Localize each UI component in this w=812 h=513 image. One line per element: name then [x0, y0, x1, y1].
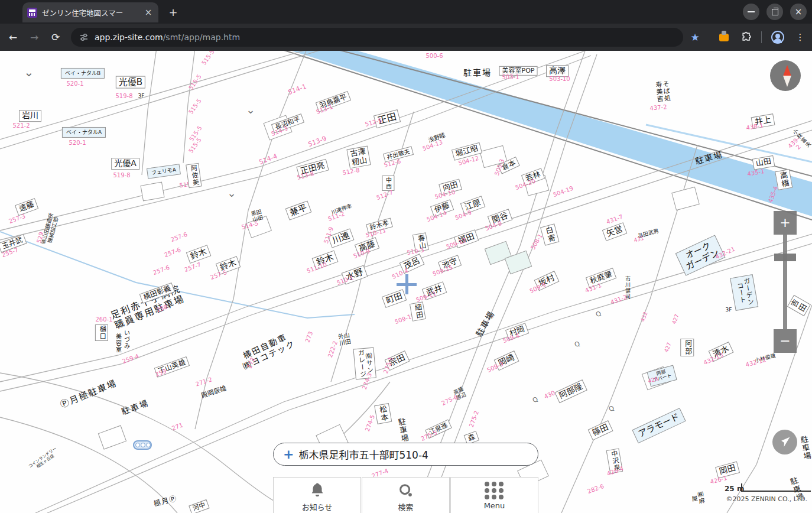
reload-button[interactable]: ⟳ — [47, 29, 64, 46]
copyright-text: ©2025 ZENRIN CO., LTD. — [726, 495, 808, 503]
address-bar[interactable]: app.zip-site.com/smt/app/map.htm — [71, 28, 683, 47]
robot-body — [719, 34, 729, 41]
url-text: app.zip-site.com/smt/app/map.htm — [95, 33, 240, 42]
minimize-icon — [748, 11, 755, 12]
compass-north-needle-icon — [783, 65, 791, 76]
zenrin-favicon — [27, 8, 37, 18]
search-icon — [397, 482, 415, 499]
address-search-bar[interactable]: + 栃木県足利市五十部町510-4 — [273, 443, 538, 466]
zoom-slider-handle[interactable] — [774, 254, 796, 261]
bottom-navigation: お知らせ 検索 Menu — [273, 477, 538, 513]
compass-south-needle-icon — [783, 76, 791, 87]
toolbar-separator — [761, 31, 762, 43]
site-info-icon[interactable] — [79, 33, 89, 42]
bell-icon — [308, 482, 326, 499]
extension-robot-icon[interactable] — [716, 29, 732, 46]
zoom-slider-track[interactable] — [783, 235, 787, 329]
browser-tab-strip: ⌄ ゼンリン住宅地図スマー × + × — [0, 0, 812, 24]
nav-label-menu: Menu — [484, 501, 505, 510]
browser-menu-icon[interactable]: ⋮ — [792, 29, 808, 46]
nav-item-search[interactable]: 検索 — [362, 477, 450, 513]
tab-title: ゼンリン住宅地図スマー — [42, 7, 143, 18]
plus-icon: + — [283, 448, 294, 461]
bookmark-star-icon[interactable]: ★ — [687, 29, 703, 46]
extensions-puzzle-icon[interactable] — [738, 29, 755, 46]
grid-menu-icon — [485, 482, 505, 499]
window-restore-button[interactable] — [766, 4, 783, 20]
avatar-glyph — [771, 31, 784, 44]
traffic-signal-icon — [133, 440, 152, 450]
navigation-arrow-icon — [772, 430, 797, 454]
search-address-value: 栃木県足利市五十部町510-4 — [298, 447, 428, 462]
url-domain: app.zip-site.com — [95, 33, 163, 42]
new-tab-button[interactable]: + — [165, 5, 181, 20]
forward-button[interactable]: → — [26, 29, 43, 46]
map-crosshair-icon — [397, 274, 417, 294]
window-minimize-button[interactable] — [743, 4, 759, 20]
scale-bar — [741, 491, 811, 492]
tab-close-icon[interactable]: × — [143, 7, 154, 18]
nav-item-menu[interactable]: Menu — [450, 477, 538, 513]
compass-button[interactable] — [770, 60, 801, 91]
nav-item-notifications[interactable]: お知らせ — [273, 477, 361, 513]
nav-label-search: 検索 — [398, 501, 413, 512]
zoom-in-button[interactable]: + — [774, 211, 797, 235]
nav-label-notifications: お知らせ — [302, 501, 333, 512]
window-close-button[interactable]: × — [790, 4, 807, 20]
zoom-out-button[interactable]: − — [774, 329, 797, 353]
close-icon: × — [790, 4, 807, 20]
current-location-button[interactable] — [772, 430, 797, 454]
restore-icon-back — [774, 8, 778, 12]
url-path: /smt/app/map.htm — [163, 33, 240, 42]
profile-avatar-icon[interactable] — [769, 29, 786, 46]
browser-tab[interactable]: ゼンリン住宅地図スマー × — [22, 2, 158, 22]
back-button[interactable]: ← — [5, 29, 21, 46]
